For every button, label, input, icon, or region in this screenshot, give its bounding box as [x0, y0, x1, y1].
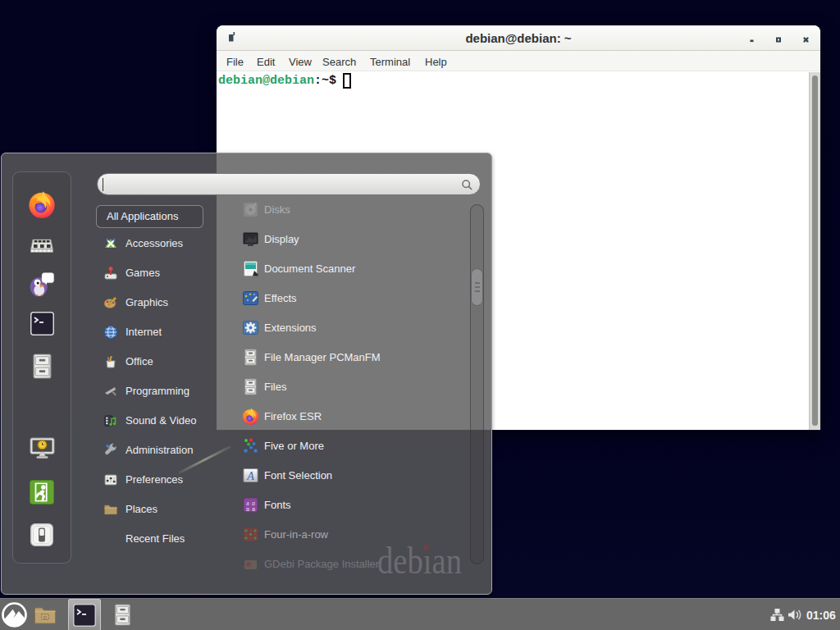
svg-text:D: D [43, 615, 48, 620]
svg-text:a: a [246, 506, 249, 512]
svg-text:A: A [246, 470, 254, 482]
svg-text:a: a [252, 506, 255, 513]
